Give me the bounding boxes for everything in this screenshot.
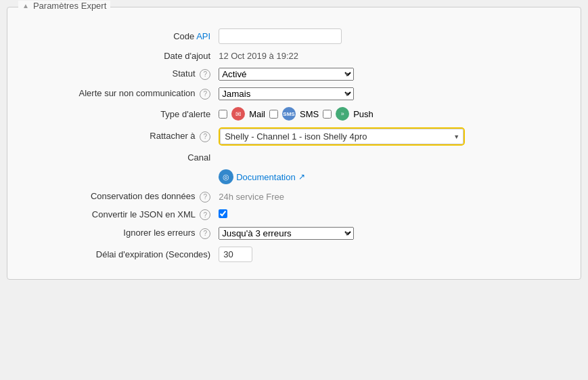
conservation-value: 24h service Free (219, 192, 284, 202)
alerte-select-wrapper: Jamais Toujours 1h 2h (219, 87, 354, 100)
statut-label-cell: Statut ? (21, 64, 214, 84)
alerte-label-cell: Alerte sur non communication ? (21, 84, 214, 104)
delai-value-cell (214, 243, 567, 266)
delai-label: Délai d'expiration (Secondes) (96, 249, 210, 259)
rattacher-help-icon[interactable]: ? (200, 131, 210, 142)
push-icon: » (336, 107, 349, 121)
conservation-label: Conservation des données (91, 191, 196, 201)
delai-row: Délai d'expiration (Secondes) (21, 243, 567, 266)
ignorer-value-cell: Jamais Jusqu'à 3 erreurs Jusqu'à 5 erreu… (214, 224, 567, 243)
alert-type-row: ✉ Mail SMS SMS » Push (219, 107, 563, 121)
form-table: Code API Date d'ajout 12 Oct 2019 à 19:2… (21, 25, 567, 266)
code-label: Code (173, 31, 194, 41)
doc-label: Documentation (236, 172, 295, 182)
expert-params-panel: ▲ Paramètres Expert Code API Date d'ajou… (7, 7, 581, 280)
canal-value-cell (214, 149, 567, 166)
sms-icon: SMS (282, 107, 296, 121)
ignorer-select-wrapper: Jamais Jusqu'à 3 erreurs Jusqu'à 5 erreu… (219, 227, 354, 240)
date-value-cell: 12 Oct 2019 à 19:22 (214, 47, 567, 64)
doc-link[interactable]: ◎ Documentation ↗ (219, 169, 563, 184)
json-xml-label-cell: Convertir le JSON en XML ? (21, 206, 214, 224)
json-xml-label: Convertir le JSON en XML (92, 209, 196, 219)
rattacher-value-cell: Shelly - Channel 1 - ison Shelly 4pro (214, 124, 567, 149)
statut-value-cell: Activé Désactivé (214, 64, 567, 84)
statut-help-icon[interactable]: ? (200, 69, 210, 80)
rattacher-select-wrapper: Shelly - Channel 1 - ison Shelly 4pro (219, 127, 465, 146)
canal-label: Canal (187, 152, 210, 163)
mail-checkbox[interactable] (219, 110, 227, 119)
type-alerte-value-cell: ✉ Mail SMS SMS » Push (214, 104, 567, 124)
delai-input[interactable] (219, 247, 252, 262)
doc-icon: ◎ (219, 169, 233, 184)
json-xml-row: Convertir le JSON en XML ? (21, 206, 567, 224)
push-checkbox[interactable] (323, 110, 332, 119)
json-xml-help-icon[interactable]: ? (200, 209, 210, 220)
external-link-icon: ↗ (298, 172, 305, 182)
collapse-arrow[interactable]: ▲ (22, 2, 29, 9)
rattacher-label-cell: Rattacher à ? (21, 124, 214, 149)
delai-label-cell: Délai d'expiration (Secondes) (21, 243, 214, 266)
ignorer-label: Ignorer les erreurs (123, 228, 195, 238)
rattacher-select[interactable]: Shelly - Channel 1 - ison Shelly 4pro (220, 129, 463, 144)
type-alerte-label-cell: Type d'alerte (21, 104, 214, 124)
ignorer-help-icon[interactable]: ? (200, 228, 210, 239)
sms-label[interactable]: SMS (300, 109, 319, 119)
ignorer-label-cell: Ignorer les erreurs ? (21, 224, 214, 243)
conservation-label-cell: Conservation des données ? (21, 188, 214, 206)
rattacher-label: Rattacher à (150, 131, 195, 141)
statut-select-wrapper: Activé Désactivé (219, 68, 354, 81)
type-alerte-label: Type d'alerte (160, 109, 210, 119)
type-alerte-row: Type d'alerte ✉ Mail SMS SMS » Push (21, 104, 567, 124)
conservation-help-icon[interactable]: ? (200, 192, 210, 203)
alerte-help-icon[interactable]: ? (200, 89, 210, 100)
push-label[interactable]: Push (353, 109, 374, 119)
date-row: Date d'ajout 12 Oct 2019 à 19:22 (21, 47, 567, 64)
json-xml-checkbox[interactable] (219, 209, 227, 218)
canal-row: Canal (21, 149, 567, 166)
code-api-row: Code API (21, 25, 567, 47)
panel-title: ▲ Paramètres Expert (18, 1, 110, 11)
mail-icon: ✉ (231, 107, 245, 121)
api-link[interactable]: API (196, 31, 210, 41)
alerte-select[interactable]: Jamais Toujours 1h 2h (219, 87, 354, 100)
panel-title-text: Paramètres Expert (33, 1, 106, 11)
date-label-cell: Date d'ajout (21, 47, 214, 64)
alerte-label: Alerte sur non communication (79, 88, 196, 98)
conservation-value-cell: 24h service Free (214, 188, 567, 206)
doc-value-cell: ◎ Documentation ↗ (214, 166, 567, 188)
sms-checkbox[interactable] (269, 110, 278, 119)
rattacher-row: Rattacher à ? Shelly - Channel 1 - ison … (21, 124, 567, 149)
doc-row: ◎ Documentation ↗ (21, 166, 567, 188)
statut-label: Statut (173, 68, 196, 79)
ignorer-row: Ignorer les erreurs ? Jamais Jusqu'à 3 e… (21, 224, 567, 243)
code-api-value-cell (214, 25, 567, 47)
statut-row: Statut ? Activé Désactivé (21, 64, 567, 84)
date-value: 12 Oct 2019 à 19:22 (219, 51, 298, 61)
alerte-row: Alerte sur non communication ? Jamais To… (21, 84, 567, 104)
code-api-label-cell: Code API (21, 25, 214, 47)
code-api-input[interactable] (219, 28, 342, 44)
conservation-row: Conservation des données ? 24h service F… (21, 188, 567, 206)
statut-select[interactable]: Activé Désactivé (219, 68, 354, 81)
mail-label[interactable]: Mail (249, 109, 265, 119)
ignorer-select[interactable]: Jamais Jusqu'à 3 erreurs Jusqu'à 5 erreu… (219, 227, 354, 240)
canal-label-cell: Canal (21, 149, 214, 166)
json-xml-value-cell (214, 206, 567, 224)
alerte-value-cell: Jamais Toujours 1h 2h (214, 84, 567, 104)
doc-label-cell (21, 166, 214, 188)
date-label: Date d'ajout (164, 51, 210, 61)
